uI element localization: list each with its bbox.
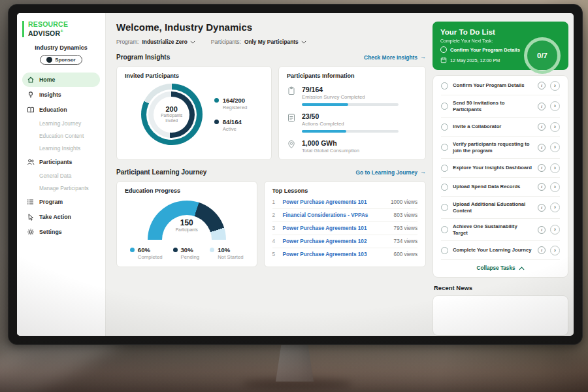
sidebar-item-label: Program bbox=[39, 199, 63, 205]
checkbox-icon[interactable] bbox=[441, 247, 448, 254]
lesson-row: 5 Power Purchase Agreements 103 600 view… bbox=[272, 248, 417, 261]
invited-donut-outer: 200 Participants Invited bbox=[141, 84, 203, 145]
stat-actions-completed: 23/50 Actions Completed bbox=[287, 112, 417, 133]
info-icon[interactable]: i bbox=[538, 123, 546, 131]
task-row[interactable]: Verify participants requesting to join t… bbox=[441, 137, 560, 159]
lesson-row: 2 Financial Considerations - VPPAs 803 v… bbox=[272, 209, 417, 222]
chevron-right-icon[interactable]: › bbox=[550, 101, 560, 111]
invited-legend: 164/200 Registered 84/164 Active bbox=[214, 97, 248, 132]
sidebar-item-settings[interactable]: Settings bbox=[22, 225, 100, 239]
todo-column: Your To Do List Complete Your Next Task:… bbox=[433, 13, 574, 336]
program-filter-label: Program: bbox=[116, 39, 139, 45]
stat-emission-survey: 79/164 Emission Survey Completed bbox=[287, 86, 417, 106]
chevron-right-icon[interactable]: › bbox=[550, 122, 560, 132]
journey-cards-row: Education Progress 150 Participants bbox=[116, 181, 426, 267]
info-icon[interactable]: i bbox=[538, 82, 546, 90]
sidebar-item-learning-insights[interactable]: Learning Insights bbox=[22, 142, 100, 154]
logo-advisor: ADVISOR bbox=[28, 29, 60, 37]
sidebar-item-manage-participants[interactable]: Manage Participants bbox=[22, 182, 100, 194]
checkbox-icon[interactable] bbox=[441, 184, 448, 191]
lesson-link[interactable]: Power Purchase Agreements 101 bbox=[283, 199, 386, 205]
task-row[interactable]: Invite a Collaborator i › bbox=[441, 118, 560, 137]
checkbox-icon[interactable] bbox=[441, 103, 448, 110]
program-filter[interactable]: Program: Industrialize Zero bbox=[116, 39, 195, 45]
home-icon bbox=[27, 76, 35, 84]
section-title: Participant Learning Journey bbox=[116, 169, 206, 176]
desk-photo-background: RESOURCE ADVISOR+ Industry Dynamics Spon… bbox=[0, 0, 588, 392]
checkbox-icon[interactable] bbox=[440, 46, 447, 53]
collapse-tasks-button[interactable]: Collapse Tasks bbox=[441, 260, 560, 276]
legend-dot bbox=[130, 248, 135, 252]
info-icon[interactable]: i bbox=[538, 183, 546, 191]
chevron-up-icon bbox=[519, 267, 525, 270]
sidebar-item-participants[interactable]: Participants bbox=[22, 155, 100, 169]
sponsor-badge[interactable]: Sponsor bbox=[40, 55, 82, 65]
sidebar-item-education[interactable]: Education bbox=[22, 103, 100, 117]
checkbox-icon[interactable] bbox=[441, 165, 448, 172]
task-row[interactable]: Send 50 Invitations to Participants i › bbox=[441, 95, 560, 118]
participants-filter-label: Participants: bbox=[211, 39, 241, 45]
education-progress-card: Education Progress 150 Participants bbox=[116, 181, 257, 267]
main-content: Welcome, Industry Dynamics Program: Indu… bbox=[106, 13, 433, 336]
checkbox-icon[interactable] bbox=[441, 82, 448, 90]
info-icon[interactable]: i bbox=[538, 103, 546, 110]
task-row[interactable]: Explore Your Insights Dashboard i › bbox=[441, 159, 560, 178]
info-icon[interactable]: i bbox=[538, 204, 546, 212]
task-row[interactable]: Confirm Your Program Details i › bbox=[441, 76, 560, 95]
info-icon[interactable]: i bbox=[538, 226, 546, 234]
lesson-link[interactable]: Power Purchase Agreements 102 bbox=[283, 238, 389, 244]
chevron-right-icon[interactable]: › bbox=[550, 182, 560, 192]
education-gauge: 150 Participants bbox=[148, 201, 226, 240]
invited-participants-card: Invited Participants 200 Participants In… bbox=[116, 66, 272, 160]
info-icon[interactable]: i bbox=[538, 144, 546, 152]
sidebar-item-home[interactable]: Home bbox=[22, 73, 100, 87]
clipboard-icon bbox=[287, 86, 296, 95]
chevron-right-icon[interactable]: › bbox=[550, 203, 560, 212]
lesson-row: 3 Power Purchase Agreements 101 793 view… bbox=[272, 222, 417, 235]
chevron-right-icon[interactable]: › bbox=[550, 225, 560, 235]
sidebar-item-take-action[interactable]: Take Action bbox=[22, 210, 100, 224]
sidebar-item-learning-journey[interactable]: Learning Journey bbox=[22, 118, 100, 129]
legend-dot bbox=[214, 120, 219, 124]
arrow-right-icon: → bbox=[420, 169, 426, 175]
sponsor-label: Sponsor bbox=[55, 57, 76, 63]
todo-next-task[interactable]: Confirm Your Program Details bbox=[440, 46, 532, 53]
check-more-insights-link[interactable]: Check More Insights→ bbox=[364, 54, 426, 61]
sidebar-item-insights[interactable]: Insights bbox=[22, 88, 100, 102]
task-row[interactable]: Complete Your Learning Journey i › bbox=[441, 241, 560, 260]
card-title: Top Lessons bbox=[272, 188, 417, 194]
task-row[interactable]: Achieve One Sustainability Target i › bbox=[441, 219, 560, 241]
info-icon[interactable]: i bbox=[538, 164, 546, 172]
lesson-link[interactable]: Power Purchase Agreements 103 bbox=[283, 252, 389, 257]
checkbox-icon[interactable] bbox=[441, 226, 448, 233]
todo-summary-card: Your To Do List Complete Your Next Task:… bbox=[433, 22, 568, 70]
checkbox-icon[interactable] bbox=[441, 204, 448, 211]
card-title: Education Progress bbox=[125, 188, 249, 194]
info-icon[interactable]: i bbox=[538, 246, 546, 254]
card-title: Participants Information bbox=[287, 73, 417, 79]
task-row[interactable]: Upload Additional Educational Content i … bbox=[441, 197, 560, 219]
lesson-link[interactable]: Power Purchase Agreements 101 bbox=[283, 225, 389, 231]
chevron-right-icon[interactable]: › bbox=[550, 246, 560, 255]
legend-item-not-started: 10% Not Started bbox=[210, 246, 243, 260]
checkbox-icon[interactable] bbox=[441, 144, 448, 151]
chevron-right-icon[interactable]: › bbox=[550, 163, 560, 173]
list-icon bbox=[27, 198, 35, 206]
task-row[interactable]: Upload Spend Data Records i › bbox=[441, 178, 560, 197]
go-to-learning-journey-link[interactable]: Go to Learning Journey→ bbox=[356, 169, 426, 176]
invited-donut-center: 200 Participants Invited bbox=[154, 97, 189, 133]
legend-item-pending: 30% Pending bbox=[173, 246, 200, 260]
checkbox-icon[interactable] bbox=[441, 123, 448, 131]
sidebar-item-general-data[interactable]: General Data bbox=[22, 170, 100, 182]
sidebar-item-program[interactable]: Program bbox=[22, 195, 100, 209]
lesson-link[interactable]: Financial Considerations - VPPAs bbox=[283, 212, 389, 218]
chevron-right-icon[interactable]: › bbox=[550, 81, 560, 91]
gear-icon bbox=[27, 228, 35, 236]
sidebar-item-education-content[interactable]: Education Content bbox=[22, 130, 100, 142]
cursor-action-icon bbox=[27, 213, 35, 221]
chevron-right-icon[interactable]: › bbox=[550, 142, 560, 152]
sidebar-item-label: Education bbox=[39, 106, 67, 113]
participants-information-card: Participants Information 79/164 Emission… bbox=[278, 66, 426, 160]
participants-filter[interactable]: Participants: Only My Participants bbox=[211, 39, 306, 45]
legend-item-completed: 60% Completed bbox=[130, 246, 163, 260]
